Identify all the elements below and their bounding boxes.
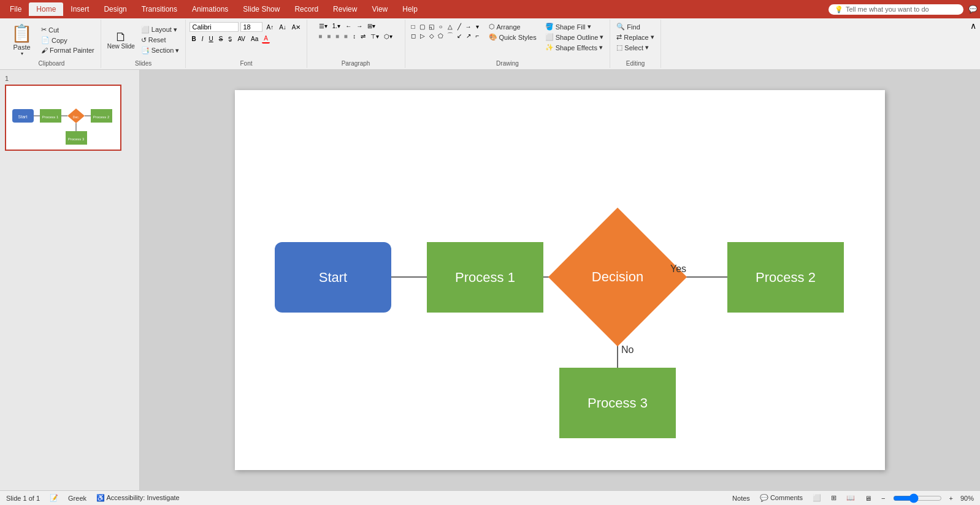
tab-slideshow[interactable]: Slide Show — [235, 2, 287, 16]
tab-transitions[interactable]: Transitions — [134, 2, 185, 16]
reset-button[interactable]: ↺ Reset — [139, 36, 182, 45]
char-spacing-button[interactable]: AV — [235, 35, 247, 43]
tab-animations[interactable]: Animations — [185, 2, 235, 16]
decision-shape[interactable]: Decision — [568, 228, 667, 326]
search-bar[interactable]: 💡 Tell me what you want to do — [829, 4, 963, 15]
comments-button[interactable]: 💬 Comments — [757, 493, 805, 503]
line-shape[interactable]: ╱ — [455, 22, 464, 31]
justify-button[interactable]: ≡ — [342, 32, 350, 40]
font-color-button[interactable]: A — [262, 34, 270, 44]
align-right-button[interactable]: ≡ — [334, 32, 342, 40]
presenter-view-button[interactable]: 🖥 — [862, 494, 874, 503]
bold-button[interactable]: B — [189, 35, 197, 43]
section-button[interactable]: 📑 Section ▾ — [139, 46, 182, 55]
new-slide-button[interactable]: 🗋 New Slide — [105, 29, 137, 51]
format-painter-button[interactable]: 🖌 Format Painter — [39, 46, 97, 55]
font-name-input[interactable] — [189, 22, 239, 32]
rounded-rect-shape[interactable]: ▢ — [418, 22, 427, 31]
slide-canvas: Start Process 1 Decision Yes No Process … — [235, 90, 885, 470]
tab-insert[interactable]: Insert — [63, 2, 96, 16]
align-left-button[interactable]: ≡ — [317, 32, 324, 40]
shape-r3[interactable]: ◇ — [427, 31, 436, 40]
underline-button[interactable]: U — [207, 35, 215, 43]
shape-r5[interactable]: ⌒ — [446, 31, 454, 40]
slides-group: 🗋 New Slide ⬜ Layout ▾ ↺ Reset 📑 Section… — [101, 20, 186, 68]
start-shape[interactable]: Start — [275, 242, 391, 313]
tab-record[interactable]: Record — [287, 2, 326, 16]
tab-design[interactable]: Design — [96, 2, 134, 16]
tab-file[interactable]: File — [2, 2, 29, 16]
shape-r8[interactable]: ⌐ — [473, 31, 482, 40]
process3-shape[interactable]: Process 3 — [559, 368, 676, 438]
find-button[interactable]: 🔍 Find — [614, 22, 642, 31]
tab-view[interactable]: View — [364, 2, 395, 16]
columns-button[interactable]: ⊞▾ — [366, 22, 377, 30]
chat-icon[interactable]: 💬 — [968, 5, 978, 13]
shape-r2[interactable]: ▷ — [418, 31, 427, 40]
slide-number: 1 — [5, 75, 134, 82]
increase-indent-button[interactable]: → — [354, 22, 364, 30]
oval-shape[interactable]: ○ — [437, 22, 445, 31]
decrease-font-button[interactable]: A↓ — [277, 23, 288, 31]
align-text-button[interactable]: ⊤▾ — [369, 32, 381, 40]
change-case-button[interactable]: Aa — [249, 35, 260, 43]
bullet-list-button[interactable]: ☰▾ — [317, 22, 329, 30]
editing-group: 🔍 Find ⇄ Replace ▾ ⬚ Select ▾ Editing — [610, 20, 660, 68]
slide-panel: 1 Start Process 1 Dec. — [0, 70, 140, 490]
main-area: 1 Start Process 1 Dec. — [0, 70, 980, 490]
process1-shape[interactable]: Process 1 — [427, 242, 543, 313]
font-size-input[interactable] — [240, 22, 262, 32]
paste-button[interactable]: 📋 Paste ▾ — [6, 22, 37, 58]
snip-rect-shape[interactable]: ◱ — [427, 22, 436, 31]
tab-help[interactable]: Help — [395, 2, 425, 16]
canvas-area[interactable]: Start Process 1 Decision Yes No Process … — [140, 70, 980, 490]
shape-r7[interactable]: ↗ — [464, 31, 473, 40]
copy-button[interactable]: 📄 Copy — [39, 36, 97, 45]
select-button[interactable]: ⬚ Select ▾ — [614, 43, 651, 52]
zoom-in-button[interactable]: + — [947, 494, 955, 503]
tab-review[interactable]: Review — [326, 2, 364, 16]
convert-smartart-button[interactable]: ⬡▾ — [382, 32, 394, 40]
shape-r1[interactable]: ◻ — [409, 31, 418, 40]
status-right: Notes 💬 Comments ⬜ ⊞ 📖 🖥 − + 90% — [730, 493, 974, 503]
clear-format-button[interactable]: A✕ — [290, 23, 303, 31]
strikethrough-button[interactable]: S — [217, 35, 225, 43]
tab-home[interactable]: Home — [29, 2, 63, 16]
reading-view-button[interactable]: 📖 — [844, 493, 857, 503]
slide-thumbnail[interactable]: Start Process 1 Dec. Process 2 — [5, 85, 121, 151]
slide-sorter-button[interactable]: ⊞ — [829, 493, 839, 503]
zoom-slider[interactable] — [893, 493, 942, 503]
shadow-button[interactable]: S̤ — [226, 35, 234, 43]
status-bar: Slide 1 of 1 📝 Greek ♿ Accessibility: In… — [0, 490, 980, 505]
quick-styles-button[interactable]: 🎨 Quick Styles — [486, 32, 539, 42]
layout-button[interactable]: ⬜ Layout ▾ — [139, 25, 182, 34]
decrease-indent-button[interactable]: ← — [343, 22, 353, 30]
triangle-shape[interactable]: △ — [446, 22, 454, 31]
more-shapes[interactable]: ▾ — [473, 22, 482, 31]
zoom-out-button[interactable]: − — [879, 494, 887, 503]
increase-font-button[interactable]: A↑ — [264, 23, 275, 31]
align-center-button[interactable]: ≡ — [326, 32, 333, 40]
accessibility-label[interactable]: ♿ Accessibility: Investigate — [96, 494, 180, 502]
arrow-shape[interactable]: → — [464, 22, 473, 31]
shape-outline-button[interactable]: ⬜ Shape Outline ▾ — [543, 32, 607, 42]
shape-r6[interactable]: ↙ — [455, 31, 464, 40]
numbered-list-button[interactable]: 1.▾ — [331, 22, 342, 30]
line-spacing-button[interactable]: ↕ — [351, 32, 358, 40]
arrange-button[interactable]: ⬡ Arrange — [486, 22, 539, 31]
italic-button[interactable]: I — [200, 35, 205, 43]
collapse-ribbon-button[interactable]: ∧ — [970, 21, 976, 31]
text-direction-button[interactable]: ⇌ — [359, 32, 367, 40]
replace-button[interactable]: ⇄ Replace ▾ — [614, 32, 656, 42]
shape-fill-button[interactable]: 🪣 Shape Fill ▾ — [543, 22, 607, 31]
notes-button[interactable]: Notes — [730, 494, 752, 503]
shape-r4[interactable]: ⬠ — [437, 31, 445, 40]
shape-effects-button[interactable]: ✨ Shape Effects ▾ — [543, 43, 607, 52]
cut-button[interactable]: ✂ Cut — [39, 25, 97, 34]
zoom-level: 90% — [960, 495, 974, 502]
rect-shape[interactable]: □ — [409, 22, 418, 31]
normal-view-button[interactable]: ⬜ — [810, 493, 824, 503]
process2-shape[interactable]: Process 2 — [727, 242, 844, 313]
slide-info: Slide 1 of 1 — [6, 495, 40, 502]
notes-language-icon[interactable]: 📝 — [50, 494, 58, 502]
